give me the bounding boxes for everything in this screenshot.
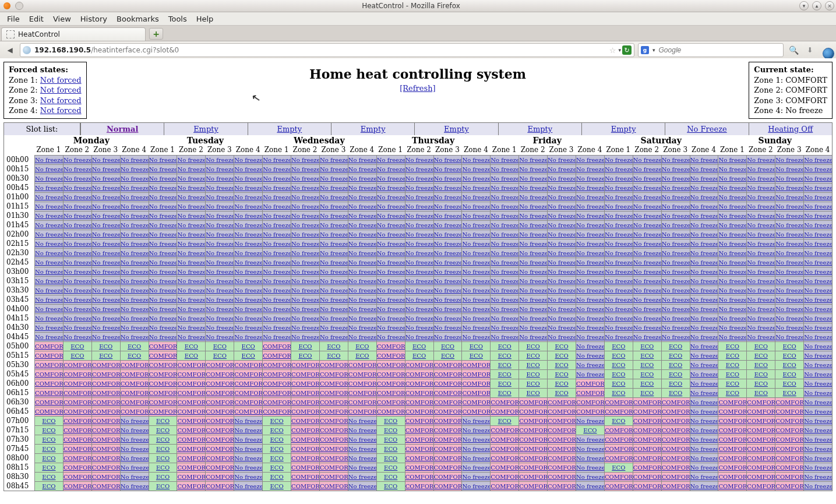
schedule-cell-link[interactable]: No freeze [291, 297, 319, 303]
schedule-cell-link[interactable]: COMFORT [92, 418, 120, 424]
schedule-cell-link[interactable]: COMFORT [64, 436, 91, 443]
schedule-cell-link[interactable]: ECO [156, 427, 170, 433]
schedule-cell-link[interactable]: No freeze [434, 185, 462, 191]
schedule-cell-link[interactable]: No freeze [35, 194, 63, 200]
schedule-cell-link[interactable]: No freeze [320, 250, 348, 256]
schedule-cell-link[interactable]: COMFORT [320, 371, 348, 378]
schedule-cell-link[interactable]: No freeze [519, 325, 547, 331]
schedule-cell-link[interactable]: No freeze [348, 157, 376, 163]
schedule-cell-link[interactable]: COMFORT [605, 483, 633, 489]
schedule-cell-link[interactable]: No freeze [718, 315, 746, 322]
schedule-cell-link[interactable]: COMFORT [377, 399, 405, 406]
schedule-cell-link[interactable]: No freeze [491, 241, 518, 247]
schedule-cell-link[interactable]: No freeze [491, 157, 518, 163]
schedule-cell-link[interactable]: No freeze [64, 157, 91, 163]
schedule-cell-link[interactable]: No freeze [121, 436, 149, 443]
schedule-cell-link[interactable]: No freeze [576, 483, 604, 489]
schedule-cell-link[interactable]: COMFORT [576, 399, 604, 406]
schedule-cell-link[interactable]: ECO [555, 362, 568, 368]
schedule-cell-link[interactable]: COMFORT [633, 427, 661, 433]
schedule-cell-link[interactable]: No freeze [234, 269, 262, 275]
schedule-cell-link[interactable]: No freeze [92, 287, 120, 294]
schedule-cell-link[interactable]: No freeze [775, 259, 803, 266]
schedule-cell-link[interactable]: No freeze [576, 343, 604, 350]
schedule-cell-link[interactable]: COMFORT [775, 427, 803, 433]
schedule-cell-link[interactable]: COMFORT [747, 483, 775, 489]
schedule-cell-link[interactable]: ECO [669, 343, 682, 350]
schedule-cell-link[interactable]: No freeze [64, 203, 91, 210]
schedule-cell-link[interactable]: No freeze [576, 194, 604, 200]
schedule-cell-link[interactable]: COMFORT [548, 418, 576, 424]
schedule-cell-link[interactable]: No freeze [234, 203, 262, 210]
schedule-cell-link[interactable]: No freeze [690, 343, 718, 350]
schedule-cell-link[interactable]: No freeze [64, 325, 91, 331]
schedule-cell-link[interactable]: COMFORT [263, 353, 291, 359]
schedule-cell-link[interactable]: ECO [156, 436, 170, 443]
schedule-cell-link[interactable]: No freeze [633, 222, 661, 228]
menu-view[interactable]: View [48, 15, 76, 23]
schedule-cell-link[interactable]: No freeze [605, 185, 633, 191]
schedule-cell-link[interactable]: ECO [669, 380, 682, 387]
schedule-cell-link[interactable]: No freeze [234, 306, 262, 312]
schedule-cell-link[interactable]: COMFORT [64, 418, 91, 424]
schedule-cell-link[interactable]: No freeze [92, 241, 120, 247]
schedule-cell-link[interactable]: No freeze [348, 418, 376, 424]
schedule-cell-link[interactable]: No freeze [121, 185, 149, 191]
schedule-cell-link[interactable]: COMFORT [121, 371, 149, 378]
schedule-cell-link[interactable]: No freeze [690, 362, 718, 368]
schedule-cell-link[interactable]: No freeze [804, 455, 832, 461]
schedule-cell-link[interactable]: No freeze [177, 194, 205, 200]
schedule-cell-link[interactable]: COMFORT [633, 474, 661, 480]
schedule-cell-link[interactable]: No freeze [804, 278, 832, 284]
schedule-cell-link[interactable]: No freeze [548, 259, 576, 266]
schedule-cell-link[interactable]: No freeze [576, 222, 604, 228]
schedule-cell-link[interactable]: No freeze [92, 325, 120, 331]
schedule-cell-link[interactable]: No freeze [121, 175, 149, 182]
schedule-cell-link[interactable]: No freeze [633, 278, 661, 284]
schedule-cell-link[interactable]: COMFORT [775, 474, 803, 480]
schedule-cell-link[interactable]: No freeze [576, 250, 604, 256]
schedule-cell-link[interactable]: No freeze [775, 297, 803, 303]
schedule-cell-link[interactable]: COMFORT [64, 446, 91, 452]
schedule-cell-link[interactable]: COMFORT [576, 408, 604, 415]
schedule-cell-link[interactable]: No freeze [576, 446, 604, 452]
schedule-cell-link[interactable]: No freeze [519, 213, 547, 219]
schedule-cell-link[interactable]: No freeze [718, 203, 746, 210]
schedule-cell-link[interactable]: COMFORT [64, 427, 91, 433]
schedule-cell-link[interactable]: No freeze [519, 194, 547, 200]
schedule-cell-link[interactable]: No freeze [775, 185, 803, 191]
schedule-cell-link[interactable]: No freeze [234, 241, 262, 247]
schedule-cell-link[interactable]: No freeze [576, 269, 604, 275]
schedule-cell-link[interactable]: COMFORT [206, 436, 234, 443]
schedule-cell-link[interactable]: No freeze [747, 166, 775, 172]
schedule-cell-link[interactable]: No freeze [64, 297, 91, 303]
schedule-cell-link[interactable]: No freeze [775, 306, 803, 312]
schedule-cell-link[interactable]: No freeze [64, 166, 91, 172]
schedule-cell-link[interactable]: No freeze [519, 203, 547, 210]
schedule-cell-link[interactable]: No freeze [718, 297, 746, 303]
schedule-cell-link[interactable]: No freeze [462, 241, 490, 247]
schedule-cell-link[interactable]: No freeze [234, 287, 262, 294]
schedule-cell-link[interactable]: No freeze [605, 287, 633, 294]
schedule-cell-link[interactable]: COMFORT [35, 362, 63, 368]
schedule-cell-link[interactable]: COMFORT [434, 399, 462, 406]
schedule-cell-link[interactable]: No freeze [434, 157, 462, 163]
schedule-cell-link[interactable]: ECO [527, 343, 540, 350]
schedule-cell-link[interactable]: No freeze [690, 250, 718, 256]
schedule-cell-link[interactable]: No freeze [491, 231, 518, 238]
schedule-cell-link[interactable]: ECO [754, 390, 768, 396]
schedule-cell-link[interactable]: No freeze [291, 213, 319, 219]
schedule-cell-link[interactable]: COMFORT [92, 380, 120, 387]
schedule-cell-link[interactable]: No freeze [662, 287, 690, 294]
schedule-cell-link[interactable]: No freeze [35, 157, 63, 163]
schedule-cell-link[interactable]: ECO [384, 418, 397, 424]
schedule-cell-link[interactable]: No freeze [548, 306, 576, 312]
schedule-cell-link[interactable]: No freeze [92, 166, 120, 172]
schedule-cell-link[interactable]: No freeze [35, 306, 63, 312]
schedule-cell-link[interactable]: No freeze [804, 175, 832, 182]
schedule-cell-link[interactable]: No freeze [804, 343, 832, 350]
schedule-cell-link[interactable]: No freeze [121, 418, 149, 424]
schedule-cell-link[interactable]: No freeze [92, 185, 120, 191]
schedule-cell-link[interactable]: ECO [669, 390, 682, 396]
schedule-cell-link[interactable]: ECO [726, 362, 739, 368]
